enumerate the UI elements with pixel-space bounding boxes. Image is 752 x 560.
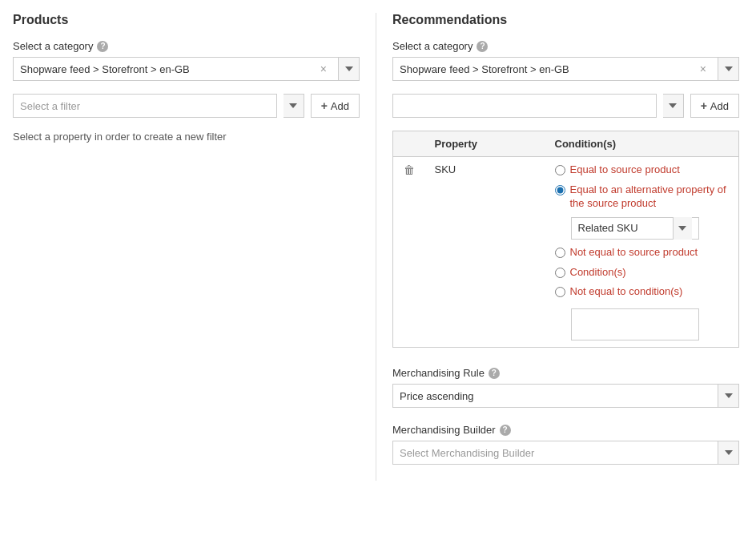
products-category-value: Shopware feed > Storefront > en-GB	[20, 63, 316, 75]
merchandising-rule-label: Merchandising Rule	[392, 367, 485, 379]
products-filter-chevron-icon	[289, 103, 297, 108]
products-category-select-row: Shopware feed > Storefront > en-GB ×	[13, 57, 360, 81]
merchandising-rule-value: Price ascending	[400, 390, 711, 402]
related-sku-dropdown-button[interactable]	[673, 217, 692, 240]
related-sku-select[interactable]: Related SKU	[571, 217, 699, 240]
radio-equal-source-input[interactable]	[555, 165, 565, 175]
merchandising-builder-dropdown-button[interactable]	[718, 441, 739, 465]
recommendations-category-clear-button[interactable]: ×	[695, 62, 711, 75]
merchandising-builder-chevron-icon	[725, 450, 733, 455]
table-row-property-value: SKU	[435, 163, 456, 175]
products-filter-row: Select a filter + Add	[13, 94, 360, 118]
related-sku-chevron-icon	[678, 226, 686, 231]
recommendations-category-label-row: Select a category ?	[392, 40, 739, 52]
table-row-property-cell: SKU	[425, 157, 545, 348]
related-sku-row: Related SKU	[571, 217, 730, 240]
table-row-conditions-cell: Equal to source product Equal to an alte…	[545, 157, 739, 348]
merchandising-builder-select-row: Select Merchandising Builder	[392, 441, 739, 465]
radio-not-equal-source[interactable]: Not equal to source product	[555, 246, 730, 260]
recommendations-filter-input[interactable]	[392, 94, 657, 118]
products-info-text: Select a property in order to create a n…	[13, 131, 360, 143]
products-add-label: Add	[331, 100, 349, 112]
products-title: Products	[13, 13, 360, 27]
conditions-table-col-empty	[393, 131, 425, 157]
recommendations-add-plus-icon: +	[701, 99, 707, 112]
merchandising-builder-help-icon[interactable]: ?	[500, 425, 511, 436]
table-row: 🗑 SKU Equal to source product Equal to a…	[393, 157, 739, 348]
products-category-label: Select a category	[13, 40, 93, 52]
radio-not-equal-conditions-label: Not equal to condition(s)	[570, 285, 683, 299]
merchandising-rule-select-row: Price ascending	[392, 384, 739, 408]
products-category-help-icon[interactable]: ?	[97, 41, 108, 52]
recommendations-filter-chevron-icon	[669, 103, 677, 108]
products-category-clear-button[interactable]: ×	[316, 62, 332, 75]
merchandising-rule-dropdown-button[interactable]	[718, 384, 739, 408]
merchandising-section: Merchandising Rule ? Price ascending Mer…	[392, 367, 739, 465]
merchandising-builder-select[interactable]: Select Merchandising Builder	[392, 441, 718, 465]
recommendations-add-button[interactable]: + Add	[690, 94, 739, 118]
radio-not-equal-source-input[interactable]	[555, 248, 565, 258]
products-filter-select[interactable]: Select a filter	[13, 94, 277, 118]
recommendations-add-label: Add	[710, 100, 729, 112]
recommendations-category-label: Select a category	[392, 40, 473, 52]
radio-equal-alternative-input[interactable]	[555, 185, 565, 195]
recommendations-category-chevron-icon	[725, 66, 733, 71]
recommendations-category-select-row: Shopware feed > Storefront > en-GB ×	[392, 57, 739, 81]
recommendations-category-value: Shopware feed > Storefront > en-GB	[400, 63, 695, 75]
recommendations-title: Recommendations	[392, 13, 739, 27]
merchandising-builder-label: Merchandising Builder	[392, 424, 496, 436]
radio-not-equal-source-label: Not equal to source product	[570, 246, 698, 260]
merchandising-rule-select[interactable]: Price ascending	[392, 384, 718, 408]
related-sku-value: Related SKU	[578, 222, 673, 234]
radio-conditions-input[interactable]	[555, 268, 565, 278]
radio-equal-source[interactable]: Equal to source product	[555, 163, 730, 177]
delete-row-icon[interactable]: 🗑	[404, 163, 415, 176]
products-category-chevron-icon	[345, 66, 353, 71]
products-add-button[interactable]: + Add	[311, 94, 360, 118]
conditions-table: Property Condition(s) 🗑 SKU Equal to	[392, 131, 739, 348]
merchandising-rule-chevron-icon	[725, 393, 733, 398]
radio-conditions-label: Condition(s)	[570, 266, 626, 280]
recommendations-category-input[interactable]: Shopware feed > Storefront > en-GB ×	[392, 57, 718, 81]
condition-text-input-wrapper	[555, 305, 730, 340]
products-category-dropdown-button[interactable]	[339, 57, 360, 81]
recommendations-category-help-icon[interactable]: ?	[477, 41, 488, 52]
products-filter-placeholder: Select a filter	[20, 100, 270, 112]
condition-text-input[interactable]	[571, 308, 699, 340]
radio-conditions[interactable]: Condition(s)	[555, 266, 730, 280]
conditions-table-header: Property Condition(s)	[393, 131, 739, 157]
merchandising-builder-placeholder: Select Merchandising Builder	[400, 447, 711, 459]
recommendations-filter-row: + Add	[392, 94, 739, 118]
recommendations-column: Recommendations Select a category ? Shop…	[376, 13, 739, 481]
table-row-delete-cell: 🗑	[393, 157, 425, 348]
merchandising-builder-label-row: Merchandising Builder ?	[392, 424, 739, 436]
conditions-table-col-conditions: Condition(s)	[545, 131, 739, 157]
merchandising-rule-label-row: Merchandising Rule ?	[392, 367, 739, 379]
merchandising-rule-help-icon[interactable]: ?	[489, 368, 500, 379]
radio-equal-alternative-label: Equal to an alternative property of the …	[570, 183, 730, 211]
radio-equal-alternative[interactable]: Equal to an alternative property of the …	[555, 183, 730, 211]
products-add-plus-icon: +	[321, 99, 328, 112]
conditions-table-col-property: Property	[425, 131, 545, 157]
radio-equal-source-label: Equal to source product	[570, 163, 680, 177]
radio-not-equal-conditions[interactable]: Not equal to condition(s)	[555, 285, 730, 299]
recommendations-category-dropdown-button[interactable]	[718, 57, 739, 81]
products-filter-dropdown-button[interactable]	[284, 94, 304, 118]
products-category-label-row: Select a category ?	[13, 40, 360, 52]
recommendations-filter-dropdown-button[interactable]	[663, 94, 684, 118]
products-category-input[interactable]: Shopware feed > Storefront > en-GB ×	[13, 57, 339, 81]
radio-not-equal-conditions-input[interactable]	[555, 287, 565, 297]
products-column: Products Select a category ? Shopware fe…	[13, 13, 376, 481]
